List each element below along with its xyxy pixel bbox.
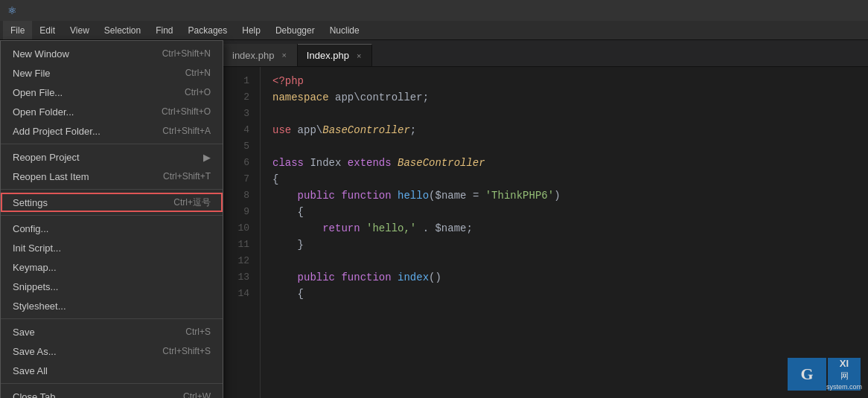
code-line: namespace app\controller; <box>272 89 868 106</box>
menu-item-label: Close Tab <box>13 391 56 399</box>
menu-item-label: Config... <box>13 223 48 234</box>
tab-Index-upper[interactable]: Index.php× <box>298 44 373 66</box>
menu-shortcut: Ctrl+Shift+N <box>162 48 211 59</box>
tab-index-lower[interactable]: index.php× <box>223 44 298 66</box>
tab-close-button[interactable]: × <box>280 50 287 60</box>
code-line <box>272 106 868 122</box>
menu-item-label: Snippets... <box>13 281 58 292</box>
code-line: use app\BaseController; <box>272 122 868 138</box>
watermark: G XI 网 system.com <box>788 358 861 391</box>
watermark-text: XI 网 system.com <box>828 358 861 391</box>
menu-item-label: Add Project Folder... <box>13 126 100 137</box>
menu-item-open-file[interactable]: Open File...Ctrl+O <box>1 83 223 102</box>
menu-shortcut: Ctrl+O <box>185 87 211 97</box>
menu-item-add-project[interactable]: Add Project Folder...Ctrl+Shift+A <box>1 121 223 141</box>
code-line: } <box>272 237 868 253</box>
menu-item-stylesheet[interactable]: Stylesheet... <box>1 296 223 315</box>
code-line: public function index() <box>272 269 868 286</box>
code-line: { <box>272 204 868 220</box>
menu-separator <box>1 318 223 319</box>
line-number: 14 <box>223 286 254 302</box>
menu-shortcut: Ctrl+W <box>183 391 211 398</box>
menu-item-help[interactable]: Help <box>234 21 268 39</box>
line-number: 8 <box>223 187 254 204</box>
menu-item-label: Save <box>13 327 35 338</box>
watermark-letter: G <box>788 358 826 391</box>
menu-item-find[interactable]: Find <box>148 21 180 39</box>
menu-item-label: Save All <box>13 365 48 376</box>
menu-item-reopen-project[interactable]: Reopen Project▶ <box>1 147 223 167</box>
menu-shortcut: Ctrl+逗号 <box>173 196 211 209</box>
menu-separator <box>1 144 223 144</box>
menu-item-save-all[interactable]: Save All <box>1 361 223 380</box>
line-number: 5 <box>223 138 254 155</box>
code-line: <?php <box>272 73 868 89</box>
menu-separator <box>1 189 223 190</box>
menu-item-label: Settings <box>13 197 48 208</box>
line-number: 6 <box>223 155 254 171</box>
menu-item-save-as[interactable]: Save As...Ctrl+Shift+S <box>1 341 223 361</box>
menu-shortcut: Ctrl+Shift+S <box>162 346 211 356</box>
menu-item-settings[interactable]: SettingsCtrl+逗号 <box>1 193 223 212</box>
submenu-arrow-icon: ▶ <box>203 152 211 163</box>
line-number: 11 <box>223 237 254 253</box>
line-number: 1 <box>223 73 254 89</box>
menu-item-packages[interactable]: Packages <box>181 21 235 39</box>
code-editor[interactable]: 1234567891011121314 <?phpnamespace app\c… <box>223 67 868 398</box>
code-line: return 'hello,' . $name; <box>272 220 868 237</box>
menu-shortcut: Ctrl+Shift+T <box>163 171 211 182</box>
code-line: { <box>272 286 868 302</box>
code-line: class Index extends BaseController <box>272 155 868 171</box>
menu-item-file[interactable]: File <box>3 21 32 39</box>
menu-item-label: Stylesheet... <box>13 301 66 312</box>
menu-item-label: New File <box>13 68 51 79</box>
menu-item-debugger[interactable]: Debugger <box>268 21 322 39</box>
menu-item-label: New Window <box>13 48 69 60</box>
menu-shortcut: Ctrl+N <box>185 68 211 78</box>
menu-item-selection[interactable]: Selection <box>97 21 148 39</box>
code-line <box>272 138 868 155</box>
menu-item-save[interactable]: SaveCtrl+S <box>1 322 223 341</box>
line-number: 10 <box>223 220 254 237</box>
line-number: 3 <box>223 106 254 122</box>
code-line <box>272 253 868 269</box>
line-number: 4 <box>223 122 254 138</box>
code-line: { <box>272 171 868 187</box>
menu-item-view[interactable]: View <box>63 21 97 39</box>
menu-shortcut: Ctrl+Shift+A <box>162 126 211 136</box>
line-number: 7 <box>223 171 254 187</box>
menu-item-edit[interactable]: Edit <box>32 21 63 39</box>
menu-item-config[interactable]: Config... <box>1 219 223 238</box>
menu-item-new-file[interactable]: New FileCtrl+N <box>1 63 223 83</box>
menu-item-open-folder[interactable]: Open Folder...Ctrl+Shift+O <box>1 102 223 121</box>
menu-item-label: Reopen Project <box>13 152 80 163</box>
menu-item-label: Init Script... <box>13 243 61 254</box>
menu-item-snippets[interactable]: Snippets... <box>1 277 223 296</box>
code-line: public function hello($name = 'ThinkPHP6… <box>272 187 868 204</box>
menu-item-label: Keymap... <box>13 262 57 273</box>
line-number: 9 <box>223 204 254 220</box>
menu-separator <box>1 383 223 384</box>
code-area[interactable]: <?phpnamespace app\controller; use app\B… <box>261 67 868 398</box>
menu-item-label: Open File... <box>13 87 63 98</box>
menu-item-nuclide[interactable]: Nuclide <box>322 21 367 39</box>
line-numbers: 1234567891011121314 <box>223 67 261 398</box>
menu-item-label: Open Folder... <box>13 106 74 118</box>
line-number: 12 <box>223 253 254 269</box>
file-dropdown-menu: New WindowCtrl+Shift+NNew FileCtrl+NOpen… <box>0 40 223 398</box>
line-number: 13 <box>223 269 254 286</box>
app-icon: ⚛ <box>7 4 17 16</box>
menu-item-reopen-last[interactable]: Reopen Last ItemCtrl+Shift+T <box>1 167 223 186</box>
menu-item-new-window[interactable]: New WindowCtrl+Shift+N <box>1 44 223 63</box>
menu-separator <box>1 215 223 216</box>
menu-item-close-tab[interactable]: Close TabCtrl+W <box>1 387 223 398</box>
menu-item-label: Reopen Last Item <box>13 171 89 182</box>
title-bar: ⚛ <box>0 0 868 21</box>
menu-bar: FileEditViewSelectionFindPackagesHelpDeb… <box>0 21 868 40</box>
tab-label: Index.php <box>307 50 349 61</box>
menu-item-keymap[interactable]: Keymap... <box>1 257 223 277</box>
menu-shortcut: Ctrl+Shift+O <box>162 106 211 117</box>
tab-close-button[interactable]: × <box>355 51 363 61</box>
menu-item-label: Save As... <box>13 346 57 357</box>
menu-item-init-script[interactable]: Init Script... <box>1 238 223 257</box>
